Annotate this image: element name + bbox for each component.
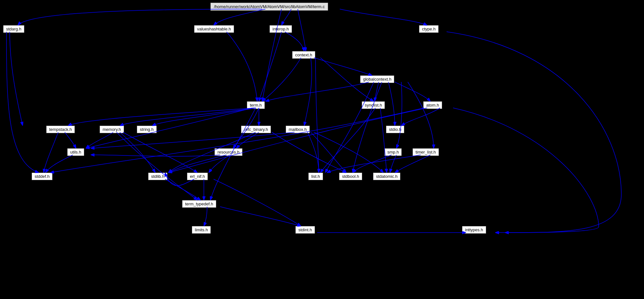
node-atom-h: atom.h	[423, 101, 442, 109]
node-tempstack-h: tempstack.h	[46, 126, 75, 133]
node-interop-h: interop.h	[270, 25, 292, 33]
node-limits-h: limits.h	[192, 226, 211, 234]
node-stdarg-h: stdarg.h	[3, 25, 24, 33]
node-synclist-h: synclist.h	[362, 101, 385, 109]
node-inttypes-h: inttypes.h	[462, 226, 486, 234]
node-erl-nif-h: erl_nif.h	[187, 173, 208, 180]
node-term-typedef-h: term_typedef.h	[182, 200, 216, 208]
node-timer-list-h: timer_list.h	[413, 148, 439, 156]
node-ctype-h: ctype.h	[419, 25, 439, 33]
node-string-h: string.h	[137, 126, 157, 133]
node-refc-binary-h: refc_binary.h	[241, 126, 271, 133]
node-memory-h: memory.h	[100, 126, 124, 133]
node-mailbox-h: mailbox.h	[286, 126, 310, 133]
node-stddef-h: stddef.h	[32, 173, 52, 180]
node-stdbool-h: stdbool.h	[339, 173, 362, 180]
node-context-h: context.h	[292, 51, 315, 59]
node-stdio-h: stdio.h	[386, 126, 404, 133]
node-list-h: list.h	[308, 173, 323, 180]
node-utils-h: utils.h	[67, 148, 84, 156]
node-stdatomic-h: stdatomic.h	[373, 173, 400, 180]
node-stdlib-h: stdlib.h	[148, 173, 167, 180]
node-globalcontext-h: globalcontext.h	[360, 75, 394, 83]
node-valueshashtable-h: valueshashtable.h	[194, 25, 234, 33]
node-smp-h: smp.h	[384, 148, 402, 156]
node-stdint-h: stdint.h	[295, 226, 315, 234]
node-term-h: term.h	[247, 101, 265, 109]
dependency-graph	[0, 0, 644, 299]
node-resources-h: resources.h	[215, 148, 242, 156]
node-term-c: /home/runner/work/AtomVM/AtomVM/src/libA…	[210, 3, 328, 11]
